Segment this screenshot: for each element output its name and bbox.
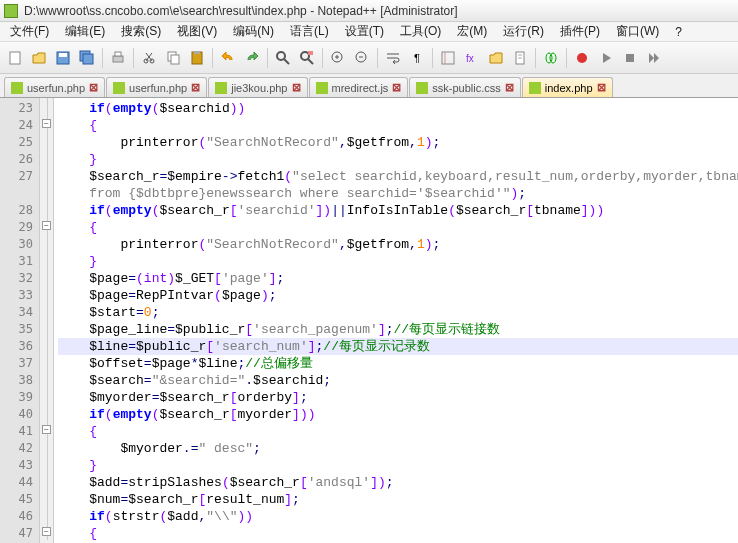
close-tab-icon[interactable]: ⊠ [292, 81, 301, 94]
code-line[interactable]: printerror("SearchNotRecord",$getfrom,1)… [58, 134, 738, 151]
save-all-button[interactable] [76, 47, 98, 69]
code-line[interactable]: $page_line=$public_r['search_pagenum'];/… [58, 321, 738, 338]
record-macro-button[interactable] [571, 47, 593, 69]
code-line[interactable]: if(empty($searchid)) [58, 100, 738, 117]
code-editor[interactable]: 2324252627282930313233343536373839404142… [0, 98, 738, 543]
close-tab-icon[interactable]: ⊠ [191, 81, 200, 94]
fold-marker[interactable] [40, 302, 53, 319]
fold-marker[interactable] [40, 319, 53, 336]
function-list-button[interactable]: fx [461, 47, 483, 69]
code-line[interactable]: $offset=$page*$line;//总偏移量 [58, 355, 738, 372]
menu-item-10[interactable]: 插件(P) [554, 21, 606, 42]
fold-marker[interactable] [40, 387, 53, 404]
monitor-button[interactable] [540, 47, 562, 69]
show-symbols-button[interactable]: ¶ [406, 47, 428, 69]
fold-marker[interactable]: − [40, 217, 53, 234]
fold-marker[interactable] [40, 472, 53, 489]
close-tab-icon[interactable]: ⊠ [89, 81, 98, 94]
file-tab[interactable]: userfun.php⊠ [106, 77, 207, 97]
menu-item-11[interactable]: 窗口(W) [610, 21, 665, 42]
code-line[interactable]: $myorder.=" desc"; [58, 440, 738, 457]
fold-marker[interactable] [40, 149, 53, 166]
code-line[interactable]: { [58, 117, 738, 134]
fold-marker[interactable] [40, 183, 53, 200]
fold-marker[interactable] [40, 268, 53, 285]
doc-map-button[interactable] [509, 47, 531, 69]
code-line[interactable]: if(empty($search_r[myorder])) [58, 406, 738, 423]
paste-button[interactable] [186, 47, 208, 69]
code-line[interactable]: $start=0; [58, 304, 738, 321]
code-line[interactable]: from {$dbtbpre}enewssearch where searchi… [58, 185, 738, 202]
code-line[interactable]: $myorder=$search_r[orderby]; [58, 389, 738, 406]
file-tab[interactable]: mredirect.js⊠ [309, 77, 409, 97]
code-line[interactable]: { [58, 423, 738, 440]
code-line[interactable]: printerror("SearchNotRecord",$getfrom,1)… [58, 236, 738, 253]
fold-marker[interactable] [40, 251, 53, 268]
code-line[interactable]: } [58, 151, 738, 168]
code-line[interactable]: $page=(int)$_GET['page']; [58, 270, 738, 287]
zoom-in-button[interactable] [327, 47, 349, 69]
fold-marker[interactable] [40, 404, 53, 421]
code-line[interactable]: $search="&searchid=".$searchid; [58, 372, 738, 389]
redo-button[interactable] [241, 47, 263, 69]
fold-marker[interactable]: − [40, 523, 53, 540]
fold-marker[interactable] [40, 455, 53, 472]
menu-item-12[interactable]: ? [669, 23, 688, 41]
close-tab-icon[interactable]: ⊠ [505, 81, 514, 94]
menu-item-3[interactable]: 视图(V) [171, 21, 223, 42]
code-line[interactable]: $search_r=$empire->fetch1("select search… [58, 168, 738, 185]
find-button[interactable] [272, 47, 294, 69]
code-line[interactable]: $page=RepPIntvar($page); [58, 287, 738, 304]
zoom-out-button[interactable] [351, 47, 373, 69]
replace-button[interactable] [296, 47, 318, 69]
fold-marker[interactable] [40, 353, 53, 370]
close-tab-icon[interactable]: ⊠ [597, 81, 606, 94]
code-line[interactable]: $add=stripSlashes($search_r['andsql']); [58, 474, 738, 491]
save-button[interactable] [52, 47, 74, 69]
play-macro-button[interactable] [595, 47, 617, 69]
menu-item-0[interactable]: 文件(F) [4, 21, 55, 42]
fold-marker[interactable] [40, 506, 53, 523]
close-tab-icon[interactable]: ⊠ [392, 81, 401, 94]
file-tab[interactable]: jie3kou.php⊠ [208, 77, 307, 97]
file-tab[interactable]: userfun.php⊠ [4, 77, 105, 97]
menu-item-2[interactable]: 搜索(S) [115, 21, 167, 42]
code-line[interactable]: { [58, 525, 738, 542]
fold-marker[interactable] [40, 98, 53, 115]
copy-button[interactable] [162, 47, 184, 69]
stop-macro-button[interactable] [619, 47, 641, 69]
menu-item-8[interactable]: 宏(M) [451, 21, 493, 42]
menu-item-1[interactable]: 编辑(E) [59, 21, 111, 42]
menu-item-4[interactable]: 编码(N) [227, 21, 280, 42]
code-line[interactable]: if(empty($search_r['searchid'])||InfoIsI… [58, 202, 738, 219]
fold-marker[interactable] [40, 370, 53, 387]
print-button[interactable] [107, 47, 129, 69]
menu-item-6[interactable]: 设置(T) [339, 21, 390, 42]
code-line[interactable]: { [58, 219, 738, 236]
folder-view-button[interactable] [485, 47, 507, 69]
indent-guide-button[interactable] [437, 47, 459, 69]
new-file-button[interactable] [4, 47, 26, 69]
fold-marker[interactable] [40, 166, 53, 183]
code-line[interactable]: } [58, 253, 738, 270]
undo-button[interactable] [217, 47, 239, 69]
code-line[interactable]: } [58, 457, 738, 474]
code-line[interactable]: if(strstr($add,"\\")) [58, 508, 738, 525]
fold-gutter[interactable]: −−−− [40, 98, 54, 543]
code-area[interactable]: if(empty($searchid)) { printerror("Searc… [54, 98, 738, 543]
file-tab[interactable]: index.php⊠ [522, 77, 613, 97]
code-line[interactable]: $num=$search_r[result_num]; [58, 491, 738, 508]
fold-marker[interactable] [40, 200, 53, 217]
menu-item-5[interactable]: 语言(L) [284, 21, 335, 42]
fold-marker[interactable] [40, 489, 53, 506]
fold-marker[interactable] [40, 132, 53, 149]
fold-marker[interactable]: − [40, 115, 53, 132]
fold-marker[interactable] [40, 285, 53, 302]
menu-item-9[interactable]: 运行(R) [497, 21, 550, 42]
fold-marker[interactable] [40, 336, 53, 353]
word-wrap-button[interactable] [382, 47, 404, 69]
playback-button[interactable] [643, 47, 665, 69]
code-line[interactable]: $line=$public_r['search_num'];//每页显示记录数 [58, 338, 738, 355]
cut-button[interactable] [138, 47, 160, 69]
file-tab[interactable]: ssk-public.css⊠ [409, 77, 520, 97]
